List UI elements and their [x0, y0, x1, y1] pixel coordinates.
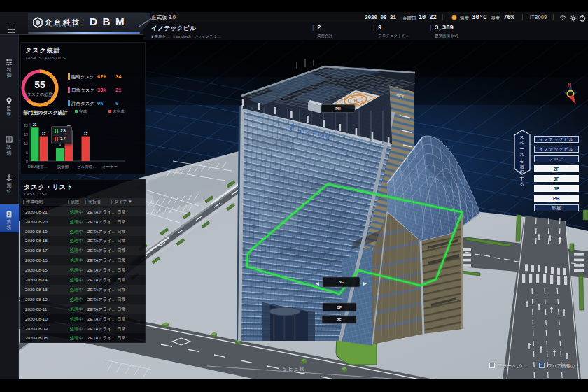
svg-text:17: 17: [84, 132, 88, 136]
svg-text:5F: 5F: [339, 280, 344, 284]
svg-text:6: 6: [26, 150, 28, 155]
svg-text:2F: 2F: [337, 318, 342, 322]
svg-text:H: H: [354, 98, 358, 104]
svg-text:SEER: SEER: [283, 365, 306, 372]
svg-text:設備部: 設備部: [57, 164, 69, 169]
svg-text:PH: PH: [335, 106, 341, 111]
svg-text:17: 17: [42, 132, 46, 136]
svg-text:23: 23: [33, 122, 37, 127]
svg-text:25: 25: [24, 123, 28, 127]
svg-text:12: 12: [24, 141, 28, 146]
svg-text:DBM運営…: DBM運営…: [28, 164, 48, 169]
svg-text:0: 0: [26, 160, 28, 164]
svg-text:オーナー: オーナー: [102, 164, 118, 169]
svg-text:3F: 3F: [337, 305, 342, 309]
svg-text:ビル管理…: ビル管理…: [77, 164, 97, 169]
svg-text:N: N: [568, 83, 571, 88]
svg-text:19: 19: [24, 132, 28, 136]
